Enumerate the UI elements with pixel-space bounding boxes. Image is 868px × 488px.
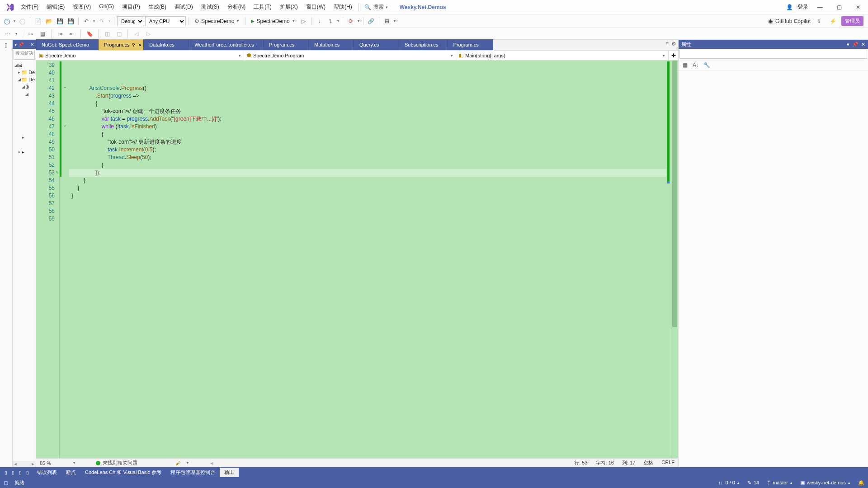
- menu-extensions[interactable]: 扩展(X): [276, 1, 302, 13]
- chevron-down-icon[interactable]: ▾: [108, 19, 111, 23]
- browser-link-button[interactable]: 🔗: [366, 16, 376, 27]
- char-indicator[interactable]: 字符: 16: [596, 460, 614, 466]
- maximize-button[interactable]: ▢: [832, 1, 846, 14]
- start-target-button[interactable]: ⚙ SpectreDemo ▾: [192, 16, 242, 27]
- output-tab-pkgmgr[interactable]: 程序包管理器控制台: [166, 468, 220, 477]
- pin-icon[interactable]: 📌: [18, 42, 24, 47]
- step-into-button[interactable]: ↓: [315, 16, 325, 27]
- tool-icon[interactable]: ▯: [17, 469, 24, 475]
- properties-object-combo[interactable]: [679, 50, 867, 59]
- indent-button[interactable]: ⇥: [55, 28, 65, 39]
- close-button[interactable]: ✕: [851, 1, 865, 14]
- col-indicator[interactable]: 列: 17: [622, 460, 635, 466]
- tool-icon[interactable]: ▯: [24, 469, 31, 475]
- chevron-down-icon[interactable]: ▾: [14, 32, 18, 36]
- fold-toggle-icon[interactable]: ⌄: [63, 123, 67, 127]
- run-button[interactable]: ▶ SpectreDemo ▾: [248, 16, 297, 27]
- line-indicator[interactable]: 行: 53: [574, 460, 587, 466]
- outdent-button[interactable]: ⇤: [67, 28, 77, 39]
- scroll-right-icon[interactable]: ►: [30, 461, 36, 467]
- close-icon[interactable]: ✕: [861, 42, 865, 47]
- zoom-combo[interactable]: 85 %: [40, 460, 67, 466]
- split-button[interactable]: ✚: [668, 51, 678, 60]
- menu-window[interactable]: 窗口(W): [302, 1, 329, 13]
- comment-button[interactable]: ◫: [102, 28, 112, 39]
- run-no-debug-button[interactable]: ▷: [299, 16, 309, 27]
- tree-node[interactable]: [14, 141, 35, 148]
- tab-program3[interactable]: Program.cs: [448, 39, 493, 50]
- server-explorer-icon[interactable]: ▯: [1, 41, 11, 50]
- hot-reload-button[interactable]: ⟳: [346, 16, 356, 27]
- menu-test[interactable]: 测试(S): [198, 1, 223, 13]
- pin-icon[interactable]: ⚲: [132, 42, 135, 47]
- uncomment-button[interactable]: ◫: [114, 28, 124, 39]
- chevron-down-icon[interactable]: ▾: [393, 19, 396, 23]
- tab-mutation[interactable]: Mutation.cs: [309, 39, 354, 50]
- member-combo[interactable]: ◧ Main(string[] args) ▾: [456, 51, 668, 60]
- alphabetical-button[interactable]: A↓: [691, 61, 700, 70]
- open-button[interactable]: 📂: [44, 16, 54, 27]
- source-control-updown[interactable]: ↑↓ 0 / 0 ▴: [718, 480, 739, 485]
- scroll-track[interactable]: [18, 461, 30, 467]
- horizontal-scrollbar[interactable]: ◄ ►: [13, 461, 36, 467]
- pending-changes[interactable]: ✎ 14: [747, 480, 759, 486]
- notifications-button[interactable]: 🔔: [858, 480, 864, 486]
- tree-node[interactable]: ▸: [14, 134, 35, 141]
- scroll-left-icon[interactable]: ◄: [13, 461, 18, 467]
- nav-prev-button[interactable]: ◁: [132, 28, 142, 39]
- process-button[interactable]: ⋯: [3, 28, 13, 39]
- back-button[interactable]: ◯: [2, 16, 12, 27]
- redo-button[interactable]: ↷: [97, 16, 107, 27]
- menu-help[interactable]: 帮助(H): [330, 1, 356, 13]
- code-editor[interactable]: 394041424344454647484950515253✎545556575…: [36, 61, 678, 458]
- tree-node[interactable]: ▸▸: [14, 148, 35, 155]
- bookmark-button[interactable]: 🔖: [85, 28, 94, 39]
- gear-icon[interactable]: ⚙: [671, 41, 676, 47]
- fold-toggle-icon[interactable]: ⌄: [63, 84, 67, 89]
- solution-search-input[interactable]: 搜索解决方: [14, 50, 35, 60]
- menu-project[interactable]: 项目(P): [118, 1, 144, 13]
- new-button[interactable]: 📄: [33, 16, 43, 27]
- forward-button[interactable]: ◯: [17, 16, 27, 27]
- project-combo[interactable]: ▣ SpectreDemo ▾: [36, 51, 244, 60]
- scroll-thumb[interactable]: [672, 61, 677, 327]
- chevron-down-icon[interactable]: ▾: [186, 461, 189, 465]
- menu-analyze[interactable]: 分析(N): [224, 1, 250, 13]
- menu-file[interactable]: 文件(F): [17, 1, 42, 13]
- chevron-down-icon[interactable]: ▾: [357, 19, 360, 23]
- thread-button[interactable]: ↦: [26, 28, 36, 39]
- tab-nuget[interactable]: NuGet: SpectreDemo: [36, 39, 99, 50]
- tab-query[interactable]: Query.cs: [354, 39, 399, 50]
- nav-next-button[interactable]: ▷: [143, 28, 153, 39]
- pin-icon[interactable]: 📌: [852, 42, 859, 47]
- repo-indicator[interactable]: ▣ wesky-net-demos ▴: [800, 480, 850, 486]
- overview-ruler[interactable]: [666, 61, 671, 458]
- tree-node[interactable]: ▸📁De: [14, 69, 35, 76]
- class-combo[interactable]: ⬢ SpectreDemo.Program ▾: [244, 51, 456, 60]
- screen-button[interactable]: ⊞: [382, 16, 392, 27]
- search-box[interactable]: 🔍 搜索 ▾: [362, 2, 391, 12]
- wrench-icon[interactable]: 🔧: [702, 61, 711, 70]
- dropdown-icon[interactable]: ≡: [665, 41, 669, 47]
- close-icon[interactable]: ✕: [138, 42, 142, 47]
- solution-tree[interactable]: ◢⊞ ▸📁De ◢📁De ◢⊕ ◢ ▸ ▸▸: [13, 61, 36, 156]
- tree-node[interactable]: ◢📁De: [14, 76, 35, 83]
- insert-mode[interactable]: 空格: [643, 460, 653, 466]
- chevron-down-icon[interactable]: ▾: [92, 19, 96, 23]
- output-tab-breakpoints[interactable]: 断点: [61, 468, 80, 477]
- menu-debug[interactable]: 调试(D): [171, 1, 197, 13]
- tab-weather[interactable]: WeatherForec...ontroller.cs: [189, 39, 264, 50]
- categorized-button[interactable]: ▦: [680, 61, 689, 70]
- tab-datainfo[interactable]: DataInfo.cs: [144, 39, 189, 50]
- chevron-down-icon[interactable]: ▾: [336, 19, 340, 23]
- close-icon[interactable]: ✕: [30, 42, 34, 47]
- brush-icon[interactable]: 🖌: [175, 460, 180, 466]
- tab-subscription[interactable]: Subscription.cs: [399, 39, 448, 50]
- vertical-scrollbar[interactable]: [671, 61, 678, 458]
- tab-program-active[interactable]: Program.cs⚲✕: [99, 39, 144, 50]
- nav-back-icon[interactable]: ◄: [209, 460, 214, 466]
- save-all-button[interactable]: 💾: [66, 16, 75, 27]
- config-select[interactable]: Debug: [117, 16, 144, 26]
- tool-icon[interactable]: ▯: [3, 469, 9, 475]
- tree-node[interactable]: ◢⊕: [14, 83, 35, 90]
